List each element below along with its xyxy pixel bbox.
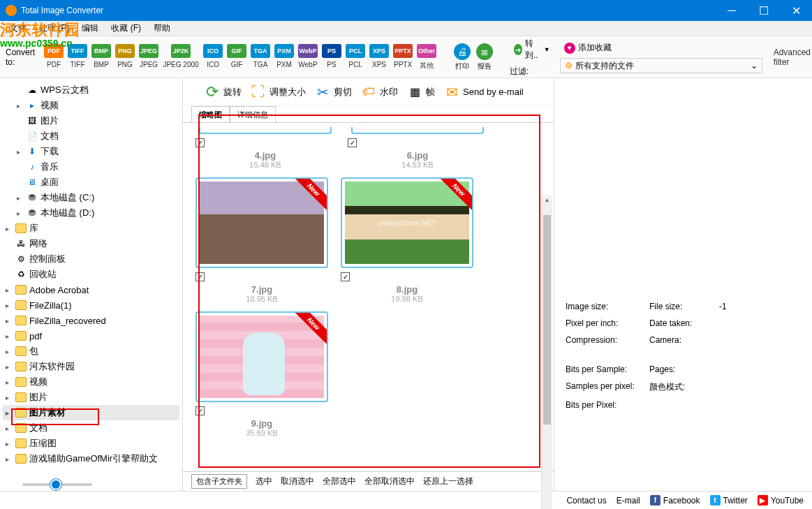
vertical-scrollbar[interactable]: ▲ <box>541 196 552 509</box>
selection-action[interactable]: 取消选中 <box>281 475 314 487</box>
tree-item[interactable]: 🖥桌面 <box>3 175 179 190</box>
tree-item[interactable]: ♻回收站 <box>3 267 179 282</box>
tree-item[interactable]: ♪音乐 <box>3 159 179 175</box>
thumbnail-item[interactable]: ✓ 9.jpg 35.69 KB <box>195 311 328 437</box>
thumbnail-checkbox[interactable]: ✓ <box>195 272 205 281</box>
tree-item[interactable]: ☁WPS云文档 <box>3 82 179 98</box>
advanced-filter-link[interactable]: Advanced filter <box>774 47 811 67</box>
selection-action[interactable]: 选中 <box>256 475 272 487</box>
format-pptx[interactable]: PPTXPPTX <box>392 44 413 71</box>
thumbnail-item[interactable]: ✓ 8.jpg 19.98 KB <box>341 177 473 303</box>
format-gif[interactable]: GIFGIF <box>226 44 247 71</box>
format-tiff[interactable]: TIFFTIFF <box>67 44 88 71</box>
tree-item[interactable]: ▸河东软件园 <box>3 359 179 374</box>
tree-item[interactable]: 🖼图片 <box>3 113 179 128</box>
frame-button[interactable]: ▦帧 <box>406 84 435 101</box>
tab-details[interactable]: 详细信息 <box>230 106 276 122</box>
info-ppi: Pixel per inch: <box>566 318 649 328</box>
tree-item[interactable]: ▸文档 <box>3 420 179 436</box>
menu-edit[interactable]: 编辑 <box>77 21 103 36</box>
youtube-link[interactable]: ▶YouTube <box>758 495 804 506</box>
tree-item[interactable]: ▸▸视频 <box>3 98 179 113</box>
minimize-button[interactable]: ─ <box>716 0 748 21</box>
format-other[interactable]: Other其他 <box>416 44 437 71</box>
print-button[interactable]: 🖨 打印 <box>454 43 471 71</box>
format-badge-icon: BMP <box>91 44 111 58</box>
folder-tree[interactable]: ☁WPS云文档▸▸视频🖼图片📄文档▸⬇下载♪音乐🖥桌面▸⛃本地磁盘 (C:)▸⛃… <box>0 78 183 491</box>
gear-icon: ⚙ <box>565 61 573 71</box>
send-email-button[interactable]: ✉Send by e-mail <box>443 84 524 101</box>
tree-item[interactable]: ▸⬇下载 <box>3 144 179 159</box>
format-pxm[interactable]: PXMPXM <box>274 44 295 71</box>
format-jpeg[interactable]: JPEGJPEG <box>138 44 159 71</box>
tree-item[interactable]: ▸视频 <box>3 374 179 390</box>
tree-item[interactable]: ▸压缩图 <box>3 436 179 451</box>
recyc-icon: ♻ <box>15 270 27 279</box>
format-badge-icon: TIFF <box>68 44 87 58</box>
tree-item[interactable]: ⚙控制面板 <box>3 251 179 267</box>
folder-icon <box>15 454 27 464</box>
format-tga[interactable]: TGATGA <box>250 44 271 71</box>
format-png[interactable]: PNGPNG <box>115 44 135 71</box>
format-pcl[interactable]: PCLPCL <box>345 44 366 71</box>
info-pages: Pages: <box>649 364 719 374</box>
tree-item[interactable]: ▸⛃本地磁盘 (C:) <box>3 190 179 205</box>
menu-favorites[interactable]: 收藏 (F) <box>107 21 145 36</box>
tree-item[interactable]: ▸Adobe Acrobat <box>3 282 179 297</box>
tree-item[interactable]: ▸FileZilla_recovered <box>3 313 179 328</box>
format-badge-icon: ICO <box>203 44 223 58</box>
maximize-button[interactable]: ☐ <box>748 0 780 21</box>
watermark-button[interactable]: 🏷水印 <box>360 84 398 101</box>
close-button[interactable]: ✕ <box>780 0 812 21</box>
tree-item[interactable]: ▸⛃本地磁盘 (D:) <box>3 205 179 221</box>
rotate-icon: ⟳ <box>204 84 221 101</box>
format-jp2k[interactable]: JP2KJPEG 2000 <box>162 44 200 71</box>
add-favorite-button[interactable]: ♥ 添加收藏 <box>560 40 762 55</box>
email-link[interactable]: E-mail <box>617 496 640 506</box>
zoom-slider[interactable] <box>22 483 92 486</box>
tree-item[interactable]: 🖧网络 <box>3 236 179 251</box>
twitter-link[interactable]: tTwitter <box>710 495 748 506</box>
folder-icon <box>15 408 27 418</box>
selection-action[interactable]: 全部取消选中 <box>364 475 415 487</box>
format-badge-icon: WebP <box>298 44 318 58</box>
format-pdf[interactable]: PDFPDF <box>43 44 64 71</box>
format-ico[interactable]: ICOICO <box>202 44 223 71</box>
tree-item[interactable]: ▸图片素材 <box>3 405 179 420</box>
selection-action[interactable]: 全部选中 <box>323 475 356 487</box>
format-bmp[interactable]: BMPBMP <box>91 44 112 71</box>
tree-item[interactable]: ▸图片 <box>3 390 179 405</box>
rotate-button[interactable]: ⟳旋转 <box>204 84 242 101</box>
tree-item[interactable]: ▸FileZilla(1) <box>3 297 179 313</box>
format-webp[interactable]: WebPWebP <box>297 44 318 71</box>
menu-file[interactable]: 文件 <box>6 21 31 36</box>
tree-item[interactable]: ▸pdf <box>3 328 179 344</box>
thumbnail-item[interactable]: ✓ 6.jpg 14.53 KB <box>348 127 487 169</box>
facebook-link[interactable]: fFacebook <box>650 495 700 506</box>
format-xps[interactable]: XPSXPS <box>369 44 390 71</box>
goto-button[interactable]: ➔ 转到..▼ <box>510 36 554 63</box>
thumbnail-item[interactable]: ✓ 4.jpg 15.48 KB <box>195 127 335 169</box>
filter-select[interactable]: ⚙所有支持的文件 ⌄ <box>560 58 762 73</box>
crop-button[interactable]: ✂剪切 <box>314 84 352 101</box>
tab-thumbnails[interactable]: 缩略图 <box>191 106 230 122</box>
report-button[interactable]: ≣ 报告 <box>476 43 493 71</box>
thumbnail-checkbox[interactable]: ✓ <box>348 138 357 147</box>
thumbnail-checkbox[interactable]: ✓ <box>195 138 205 147</box>
tree-item[interactable]: ▸库 <box>3 221 179 236</box>
menu-process[interactable]: 处理 (P) <box>35 21 73 36</box>
contact-link[interactable]: Contact us <box>566 496 606 506</box>
thumbnail-item[interactable]: ✓ 7.jpg 10.95 KB <box>195 177 328 303</box>
resize-button[interactable]: ⛶调整大小 <box>250 84 306 101</box>
thumbnail-checkbox[interactable]: ✓ <box>195 406 205 415</box>
tree-item[interactable]: ▸包 <box>3 344 179 359</box>
format-ps[interactable]: PSPS <box>321 44 342 71</box>
selection-action[interactable]: 还原上一选择 <box>423 475 473 487</box>
ctrl-icon: ⚙ <box>15 254 27 264</box>
selection-action[interactable]: 包含子文件夹 <box>191 474 247 489</box>
tree-item[interactable]: ▸游戏辅助GameOfMir引擎帮助文 <box>3 451 179 466</box>
menu-help[interactable]: 帮助 <box>149 21 175 36</box>
thumbnail-checkbox[interactable]: ✓ <box>341 272 350 281</box>
disk-icon: ⛃ <box>27 208 38 218</box>
tree-item[interactable]: 📄文档 <box>3 128 179 144</box>
